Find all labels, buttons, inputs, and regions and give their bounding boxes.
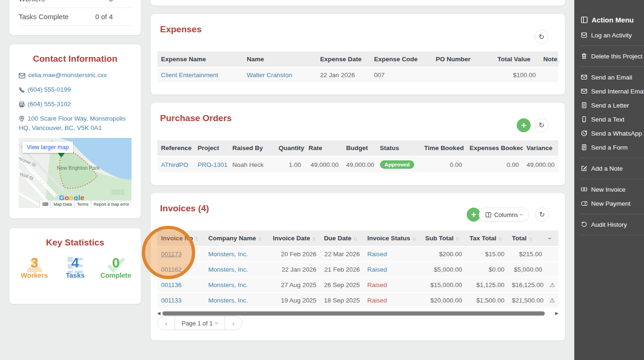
col-tax-total[interactable]: Tax Total↑↓ xyxy=(466,230,508,246)
invoice-no-link[interactable]: 001162 xyxy=(161,266,182,273)
menu-item-log-activity[interactable]: Log an Activity xyxy=(574,28,644,42)
invoice-status-link[interactable]: Raised xyxy=(367,251,387,258)
contact-fax-row: (604) 555-3102 xyxy=(19,100,132,109)
contact-email-link[interactable]: celia.mae@monstersinc.cxx xyxy=(28,72,107,79)
map-terms-link[interactable]: Terms xyxy=(74,201,91,208)
invoice-date: 20 Feb 2026 xyxy=(269,247,320,261)
menu-item-audit-history[interactable]: Audit History xyxy=(574,217,644,231)
action-menu-header: Action Menu xyxy=(574,0,644,28)
pagination: ‹ Page 1 of 1 › › xyxy=(157,316,242,330)
expense-person-link[interactable]: Walter Cranston xyxy=(247,72,292,79)
contact-phone-link[interactable]: (604) 555-0199 xyxy=(28,86,71,93)
action-menu-sidebar: Action Menu Log an Activity Delete this … xyxy=(574,0,644,360)
columns-button[interactable]: Columns › xyxy=(479,208,529,222)
page-select[interactable]: Page 1 of 1 › xyxy=(175,317,225,330)
map-error-link[interactable]: Report a map error xyxy=(91,201,132,208)
invoice-sub-total: $5,000.00 xyxy=(421,262,466,277)
column-picker-chevron[interactable]: › xyxy=(546,230,558,246)
invoice-row[interactable]: 001136 Monsters, Inc. 27 Aug 2025 26 Sep… xyxy=(157,278,558,292)
invoice-sub-total: $15,000.00 xyxy=(421,278,466,292)
expense-name-link[interactable]: Client Entertainment xyxy=(161,72,218,79)
col-sub-total[interactable]: Sub Total↑↓ xyxy=(421,230,466,246)
invoice-row[interactable]: 001133 Monsters, Inc. 19 Aug 2025 18 Sep… xyxy=(157,293,558,308)
menu-item-add-note[interactable]: Add a Note xyxy=(574,161,644,175)
mobile-phone-icon xyxy=(581,116,587,122)
main-content: Expenses ↻ Expense Name Name Expense Dat… xyxy=(151,0,565,360)
invoice-company-link[interactable]: Monsters, Inc. xyxy=(208,281,248,288)
stat-value: 0 xyxy=(98,255,134,271)
sort-icon: ↑↓ xyxy=(312,236,315,241)
po-reference-link[interactable]: AThirdPO xyxy=(161,161,188,168)
stat-value: 3 xyxy=(16,255,53,271)
col-invoice-no[interactable]: Invoice No↑ xyxy=(157,230,205,246)
previous-page-button[interactable]: ‹ xyxy=(158,319,175,327)
next-page-button[interactable]: › xyxy=(225,319,242,327)
invoice-row[interactable]: 001162 Monsters, Inc. 22 Jan 2026 21 Feb… xyxy=(157,262,558,277)
scroll-right-arrow[interactable]: ▶ xyxy=(555,310,558,316)
contact-address-link[interactable]: 100 Scare Floor Way, Monstropolis HQ, Va… xyxy=(19,115,125,131)
col-project: Project xyxy=(194,140,228,156)
contact-fax-link[interactable]: (604) 555-3102 xyxy=(28,101,71,108)
invoice-status-link[interactable]: Raised xyxy=(367,297,387,304)
purchase-orders-table: Reference Project Raised By Quantity Rat… xyxy=(157,139,558,173)
menu-item-new-invoice[interactable]: New Invoice xyxy=(574,182,644,196)
invoice-sub-total: $200.00 xyxy=(421,247,466,261)
col-due-date[interactable]: Due Date↑↓ xyxy=(320,230,364,246)
map-data-link[interactable]: Map Data xyxy=(51,201,74,208)
refresh-button[interactable]: ↻ xyxy=(535,208,549,222)
view-larger-map-button[interactable]: View larger map xyxy=(22,142,73,153)
menu-item-delete-project[interactable]: Delete this Project xyxy=(574,49,644,63)
map-attribution-bar: ⌨ Map Data Terms Report a map error xyxy=(39,201,132,208)
col-invoice-date[interactable]: Invoice Date↑↓ xyxy=(269,230,320,246)
menu-item-send-whatsapp[interactable]: Send a WhatsApp xyxy=(574,126,644,140)
col-invoice-status[interactable]: Invoice Status↑↓ xyxy=(364,230,422,246)
po-project-link[interactable]: PRO-1301 xyxy=(198,161,227,168)
invoice-no-link[interactable]: 001173 xyxy=(161,251,182,258)
invoice-company-link[interactable]: Monsters, Inc. xyxy=(208,251,248,258)
invoice-due-date: 18 Sep 2025 xyxy=(320,293,364,308)
po-raised-by: Noah Heck xyxy=(228,157,275,173)
col-expense-name: Expense Name xyxy=(157,51,243,67)
col-total[interactable]: Total↑↓ xyxy=(508,230,546,246)
invoice-status-link[interactable]: Raised xyxy=(367,281,387,288)
google-map-embed[interactable]: View larger map issioner St Wall St New … xyxy=(19,138,132,208)
invoice-company-link[interactable]: Monsters, Inc. xyxy=(208,266,248,273)
sort-icon: ↑↓ xyxy=(353,236,357,241)
envelope-icon xyxy=(19,73,25,79)
menu-item-new-payment[interactable]: New Payment xyxy=(574,196,644,210)
divider xyxy=(580,66,644,67)
invoice-sub-total: $20,000.00 xyxy=(421,293,466,308)
scroll-left-arrow[interactable]: ◀ xyxy=(157,310,161,316)
menu-item-send-form[interactable]: Send a Form xyxy=(574,140,644,154)
refresh-button[interactable]: ↻ xyxy=(534,30,549,44)
keyboard-shortcuts-icon[interactable]: ⌨ xyxy=(39,201,51,208)
invoice-row[interactable]: 001173 Monsters, Inc. 20 Feb 2026 22 Mar… xyxy=(157,247,558,261)
invoice-company-link[interactable]: Monsters, Inc. xyxy=(208,297,248,304)
divider xyxy=(580,179,644,179)
sort-icon: ↑↓ xyxy=(528,236,532,241)
horizontal-scrollbar[interactable]: ◀ ▶ xyxy=(157,310,558,316)
trash-icon xyxy=(581,53,587,59)
invoice-no-link[interactable]: 001133 xyxy=(161,297,182,304)
invoice-total: $215.00 xyxy=(508,247,546,261)
invoice-status-link[interactable]: Raised xyxy=(367,266,387,273)
menu-item-send-email[interactable]: Send an Email xyxy=(574,70,644,84)
col-expense-date: Expense Date xyxy=(316,51,370,67)
po-budget: 49,000.00 xyxy=(343,157,376,173)
purchase-order-row[interactable]: AThirdPO PRO-1301 Noah Heck 1.00 49,000.… xyxy=(157,157,558,173)
menu-item-send-letter[interactable]: Send a Letter xyxy=(574,98,644,112)
action-menu-title: Action Menu xyxy=(592,16,634,24)
key-statistics-title: Key Statistics xyxy=(14,238,136,248)
scrollbar-thumb[interactable] xyxy=(162,311,545,316)
add-purchase-order-button[interactable]: + xyxy=(517,118,531,132)
invoice-due-date: 26 Sep 2025 xyxy=(320,278,364,292)
col-name: Name xyxy=(243,51,316,67)
invoice-no-link[interactable]: 001136 xyxy=(161,281,182,288)
col-company-name[interactable]: Company Name↑↓ xyxy=(205,230,269,246)
refresh-button[interactable]: ↻ xyxy=(534,118,549,132)
summary-row-workers: Workers 3 xyxy=(19,0,132,8)
invoice-total: $21,500.00 xyxy=(508,293,546,308)
menu-item-send-text[interactable]: Send a Text xyxy=(574,112,644,126)
expense-row[interactable]: Client Entertainment Walter Cranston 22 … xyxy=(157,68,558,82)
menu-item-send-internal-email[interactable]: Send Internal Email xyxy=(574,84,644,98)
